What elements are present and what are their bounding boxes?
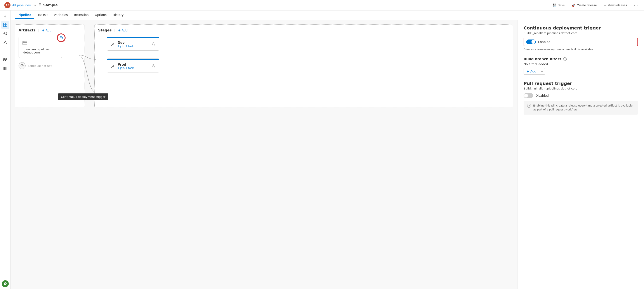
tab-retention[interactable]: Retention: [71, 11, 91, 19]
svg-rect-17: [5, 67, 6, 70]
pr-disabled-info-box: i Enabling this will create a release ev…: [524, 101, 638, 115]
svg-point-29: [153, 64, 154, 66]
build-branch-filters-title: Build branch filters i: [524, 57, 638, 61]
save-button[interactable]: 💾 Save: [551, 2, 566, 8]
pr-toggle-label: Disabled: [536, 94, 549, 97]
add-filter-chevron-icon: ▾: [541, 70, 543, 73]
no-filters-text: No filters added.: [524, 62, 638, 66]
tab-pipeline[interactable]: Pipeline: [15, 11, 34, 19]
tasks-dropdown-icon: ▾: [46, 14, 48, 16]
svg-point-22: [24, 42, 24, 42]
stage-person-icon-prod[interactable]: [151, 63, 156, 69]
stages-section: Stages | + Add ▾: [94, 24, 513, 107]
svg-rect-11: [4, 60, 5, 61]
artifact-card-wrapper: Continuous deployment trigger: [18, 37, 62, 58]
tab-tasks[interactable]: Tasks ▾: [35, 11, 50, 19]
stages-header: Stages | + Add ▾: [98, 28, 509, 32]
add-filter-button-group: + Add ▾: [524, 68, 638, 75]
cd-trigger-subtitle: Build: _ninallam.pipelines-dotnet-core: [524, 31, 638, 35]
stage-info-dev: Dev 1 job, 1 task: [118, 41, 148, 48]
stage-card-dev[interactable]: Dev 1 job, 1 task: [107, 37, 159, 51]
list-icon: ☰: [604, 3, 607, 7]
more-options-button[interactable]: ⋯: [632, 2, 640, 8]
build-branch-info-icon[interactable]: i: [563, 57, 567, 61]
stage-card-prod[interactable]: Prod 1 job, 1 task: [107, 58, 159, 72]
artifacts-section: Artifacts | + Add Continuous deployment …: [15, 24, 85, 107]
layout: + Pipeline Tasks: [0, 10, 644, 289]
sidebar-item-repo[interactable]: [1, 47, 9, 55]
add-icon: +: [526, 70, 529, 73]
sidebar-item-pipelines[interactable]: [1, 56, 9, 64]
cd-trigger-title: Continuous deployment trigger: [524, 25, 638, 30]
tab-history[interactable]: History: [110, 11, 126, 19]
svg-rect-12: [6, 60, 7, 61]
svg-rect-7: [4, 51, 7, 51]
svg-rect-3: [6, 25, 7, 27]
svg-rect-18: [6, 67, 7, 70]
artifacts-header: Artifacts | + Add: [18, 28, 81, 32]
stage-icon-prod: [110, 64, 115, 68]
artifact-icon: [22, 40, 58, 47]
stage-card-body-prod: Prod 1 job, 1 task: [107, 60, 159, 72]
save-icon: 💾: [553, 3, 556, 7]
sidebar-item-boards[interactable]: [1, 21, 9, 29]
stage-info-prod: Prod 1 job, 1 task: [118, 63, 148, 70]
main-content: Pipeline Tasks ▾ Variables Retention Opt…: [10, 10, 644, 289]
pr-trigger-toggle[interactable]: [524, 93, 533, 98]
sidebar-item-deploy[interactable]: [1, 38, 9, 46]
pull-request-trigger-section: Pull request trigger Build: _ninallam.pi…: [524, 81, 638, 115]
svg-rect-8: [4, 52, 7, 52]
nav-tabs: Pipeline Tasks ▾ Variables Retention Opt…: [10, 10, 644, 20]
sidebar-item-library[interactable]: [1, 65, 9, 72]
cd-trigger-tooltip: Continuous deployment trigger: [58, 93, 108, 100]
artifact-card[interactable]: _ninallam.pipelines -dotnet-core: [18, 37, 62, 58]
cd-trigger-toggle[interactable]: [526, 39, 536, 44]
svg-point-4: [4, 32, 7, 35]
topbar: AS All pipelines > ⠿ Sample 💾 Save 🚀 Cre…: [0, 0, 644, 10]
user-avatar[interactable]: AS: [4, 2, 10, 8]
stages-add-button[interactable]: + Add ▾: [118, 28, 130, 32]
add-filter-main-button[interactable]: + Add: [524, 68, 539, 75]
add-filter-dropdown-button[interactable]: ▾: [539, 68, 545, 75]
view-releases-button[interactable]: ☰ View releases: [602, 2, 629, 8]
stage-detail-dev: 1 job, 1 task: [118, 45, 148, 48]
artifacts-label: Artifacts: [18, 28, 36, 32]
tab-options[interactable]: Options: [92, 11, 109, 19]
tab-variables[interactable]: Variables: [51, 11, 70, 19]
breadcrumb-link[interactable]: All pipelines: [12, 3, 31, 7]
pr-trigger-toggle-container: Disabled: [524, 93, 638, 98]
toggle-knob: [532, 40, 536, 44]
stages-label: Stages: [98, 28, 112, 32]
pipeline-name: Sample: [43, 3, 58, 7]
svg-rect-0: [4, 23, 5, 25]
cd-trigger-section: Continuous deployment trigger Build: _ni…: [524, 25, 638, 51]
svg-rect-6: [4, 50, 7, 50]
stage-name-dev: Dev: [118, 41, 148, 45]
cd-toggle-description: Creates a release every time a new build…: [524, 48, 638, 51]
add-filter-label: Add: [530, 70, 536, 73]
topbar-left: AS All pipelines > ⠿ Sample: [4, 2, 551, 8]
svg-rect-16: [4, 67, 4, 70]
sidebar-item-security[interactable]: [2, 280, 9, 287]
cd-toggle-label: Enabled: [538, 40, 550, 44]
pr-trigger-title: Pull request trigger: [524, 81, 638, 86]
svg-point-21: [24, 42, 24, 42]
artifacts-add-button[interactable]: + Add: [42, 28, 52, 32]
sidebar-item-devops[interactable]: [1, 30, 9, 37]
svg-rect-1: [6, 23, 7, 25]
svg-point-27: [153, 42, 154, 44]
pr-toggle-knob: [524, 94, 528, 98]
cd-trigger-button[interactable]: [57, 34, 65, 42]
stage-card-body: Dev 1 job, 1 task: [107, 38, 159, 50]
pr-info-icon: i: [527, 104, 531, 108]
stage-person-icon-dev[interactable]: [151, 42, 156, 47]
view-releases-label: View releases: [608, 3, 627, 7]
canvas-wrapper: Artifacts | + Add Continuous deployment …: [15, 24, 513, 285]
breadcrumb-sep: >: [34, 3, 36, 7]
sidebar-item-plus[interactable]: +: [1, 12, 9, 20]
create-release-button[interactable]: 🚀 Create release: [570, 2, 598, 8]
cd-trigger-toggle-container: Enabled: [524, 38, 638, 46]
right-panel: Continuous deployment trigger Build: _ni…: [517, 20, 644, 289]
svg-rect-10: [6, 58, 7, 60]
schedule-card[interactable]: Schedule not set: [18, 62, 81, 69]
